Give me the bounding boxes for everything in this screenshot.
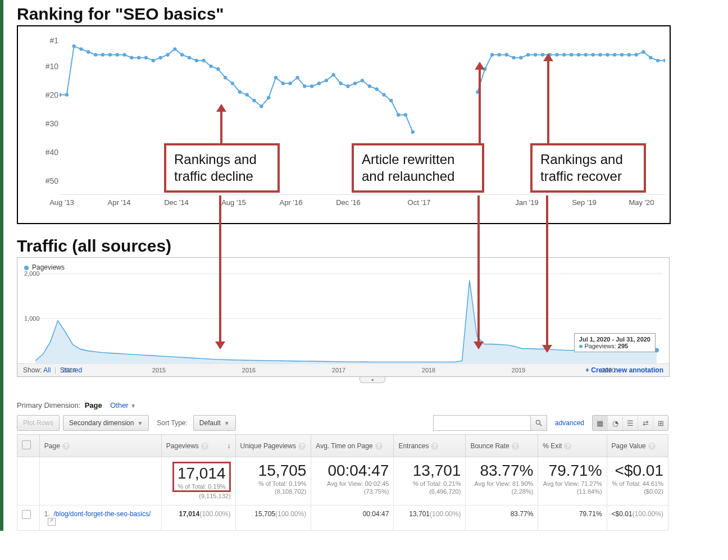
summary-row: 17,014% of Total: 0.19%(9,115,132) 15,70… — [17, 457, 668, 506]
xtick: Dec '14 — [164, 198, 189, 207]
sort-type-select[interactable]: Default▼ — [193, 415, 236, 431]
dot-icon — [24, 266, 29, 270]
pie-view-icon[interactable]: ◔ — [607, 416, 622, 430]
svg-point-32 — [281, 81, 285, 85]
svg-point-73 — [634, 53, 638, 56]
view-toggle[interactable]: ▦ ◔ ☰ ⇄ ⊞ — [592, 415, 668, 431]
svg-point-48 — [397, 113, 400, 116]
ytick: #10 — [46, 62, 58, 71]
col-avgtime[interactable]: Avg. Time on Page? — [311, 435, 394, 457]
xtick: Aug '13 — [49, 198, 74, 207]
collapse-handle-icon[interactable]: ▴ — [360, 377, 385, 383]
bar-view-icon[interactable]: ☰ — [622, 416, 638, 430]
select-all-checkbox[interactable] — [22, 440, 31, 449]
svg-point-14 — [152, 59, 155, 62]
plot-rows-button: Plot Rows — [17, 415, 60, 431]
col-page[interactable]: Page? — [39, 435, 161, 457]
svg-point-27 — [245, 93, 248, 97]
svg-point-2 — [65, 93, 69, 97]
svg-point-46 — [382, 93, 385, 97]
svg-point-26 — [238, 90, 242, 94]
svg-point-33 — [288, 81, 292, 85]
svg-point-66 — [584, 53, 588, 56]
ytick: #30 — [46, 119, 58, 128]
svg-point-1 — [60, 93, 61, 97]
arrow-up-icon — [479, 63, 481, 144]
svg-point-59 — [534, 53, 537, 56]
svg-point-6 — [94, 53, 97, 56]
svg-point-63 — [562, 53, 566, 56]
col-unique[interactable]: Unique Pageviews? — [235, 435, 311, 457]
svg-point-77 — [663, 59, 665, 62]
svg-point-74 — [641, 50, 645, 53]
ytick: #40 — [46, 148, 58, 157]
ga-legend[interactable]: Pageviews — [17, 258, 669, 271]
svg-point-36 — [310, 84, 313, 88]
svg-line-80 — [540, 424, 542, 426]
svg-point-42 — [353, 81, 357, 85]
advanced-link[interactable]: advanced — [555, 419, 584, 427]
svg-point-68 — [598, 53, 602, 56]
comparison-view-icon[interactable]: ⇄ — [638, 416, 653, 430]
svg-point-67 — [591, 53, 594, 56]
xtick: Apr '14 — [108, 198, 131, 207]
svg-point-39 — [331, 73, 335, 76]
svg-point-56 — [512, 56, 515, 59]
svg-point-65 — [577, 53, 580, 56]
col-exit[interactable]: % Exit? — [538, 435, 607, 457]
svg-point-22 — [209, 65, 212, 68]
xtick: May '20 — [629, 198, 654, 207]
ga-traffic-chart: 2,000 1,000 2014 2015 2016 2017 2018 201… — [24, 274, 662, 363]
col-pageviews[interactable]: Pageviews?↓ — [161, 435, 235, 457]
arrow-down-icon — [546, 195, 548, 352]
ga-tooltip: Jul 1, 2020 - Jul 31, 2020 ■ Pageviews: … — [574, 333, 656, 352]
callout-rewrite: Article rewritten and relaunched — [352, 143, 484, 193]
ytick: #1 — [49, 36, 58, 45]
show-all-link[interactable]: All — [43, 366, 51, 374]
primary-dimension-page[interactable]: Page — [85, 401, 102, 409]
row-checkbox[interactable] — [22, 510, 31, 519]
col-pagevalue[interactable]: Page Value? — [607, 435, 668, 457]
page-link[interactable]: /blog/dont-forget-the-seo-basics/ — [53, 510, 151, 518]
svg-point-40 — [339, 81, 342, 85]
pivot-view-icon[interactable]: ⊞ — [653, 416, 668, 430]
svg-point-35 — [303, 84, 306, 88]
create-annotation-link[interactable]: + Create new annotation — [585, 366, 663, 374]
primary-dimension-row: Primary Dimension: Page Other ▼ — [17, 401, 728, 409]
primary-dimension-other[interactable]: Other ▼ — [110, 401, 136, 409]
table-row[interactable]: 1. /blog/dont-forget-the-seo-basics/ 17,… — [17, 505, 668, 531]
svg-point-9 — [115, 53, 119, 56]
xtick: Dec '16 — [336, 198, 361, 207]
svg-point-12 — [137, 56, 140, 59]
col-bounce[interactable]: Bounce Rate? — [466, 435, 538, 457]
ga-data-table: Page? Pageviews?↓ Unique Pageviews? Avg.… — [17, 434, 668, 531]
search-button[interactable] — [531, 415, 547, 431]
svg-point-7 — [101, 53, 104, 56]
svg-point-28 — [252, 99, 256, 102]
svg-point-54 — [498, 53, 501, 56]
svg-point-20 — [195, 59, 198, 62]
col-entrances[interactable]: Entrances? — [394, 435, 466, 457]
table-view-icon[interactable]: ▦ — [593, 416, 607, 430]
search-icon — [535, 419, 543, 427]
svg-point-31 — [274, 76, 277, 79]
svg-point-38 — [325, 79, 328, 82]
external-link-icon[interactable] — [48, 518, 56, 526]
svg-point-21 — [202, 59, 205, 62]
svg-point-29 — [260, 104, 263, 108]
svg-point-11 — [130, 56, 133, 59]
secondary-dimension-select[interactable]: Secondary dimension▼ — [63, 415, 149, 431]
arrow-up-icon — [547, 54, 549, 144]
svg-point-49 — [404, 113, 407, 116]
svg-point-4 — [79, 47, 83, 51]
svg-point-69 — [606, 53, 609, 56]
svg-point-37 — [317, 81, 321, 85]
table-search-input[interactable] — [433, 415, 531, 431]
xtick: Sep '19 — [572, 198, 597, 207]
xtick: Jan '19 — [515, 198, 539, 207]
ytick: #50 — [46, 176, 58, 185]
svg-point-53 — [490, 53, 494, 56]
svg-point-3 — [72, 44, 75, 48]
svg-point-72 — [627, 53, 631, 56]
svg-point-45 — [375, 87, 378, 90]
